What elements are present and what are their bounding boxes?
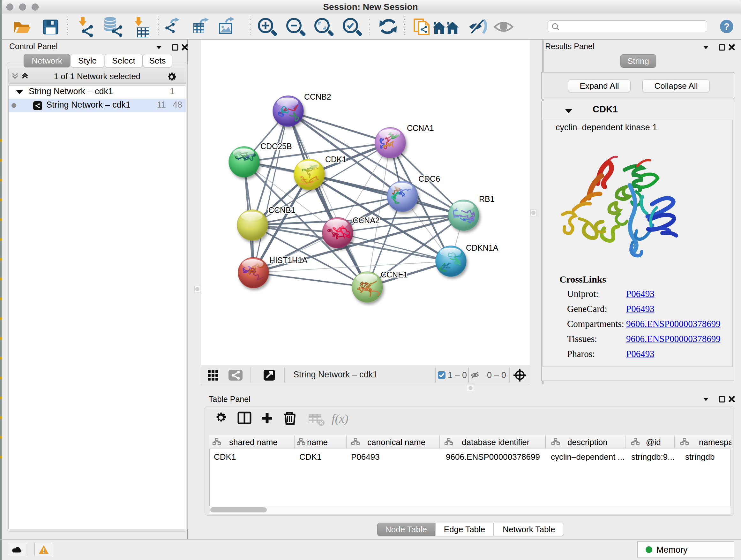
- svg-text:CCNE1: CCNE1: [381, 270, 408, 279]
- svg-text:CDK1: CDK1: [325, 155, 347, 164]
- svg-text:CCNA1: CCNA1: [407, 124, 434, 132]
- svg-text:CDC6: CDC6: [418, 174, 440, 183]
- svg-text:1 – 0: 1 – 0: [448, 370, 467, 380]
- svg-text:HIST1H1A: HIST1H1A: [269, 256, 308, 265]
- svg-text:CCNB2: CCNB2: [304, 92, 331, 101]
- svg-text:f(x): f(x): [332, 412, 348, 426]
- svg-text:CCNB1: CCNB1: [268, 206, 295, 214]
- svg-text:0 – 0: 0 – 0: [487, 370, 506, 380]
- svg-text:CDKN1A: CDKN1A: [466, 243, 498, 252]
- svg-text:CDC25B: CDC25B: [260, 142, 292, 151]
- svg-text:CCNA2: CCNA2: [353, 216, 380, 225]
- svg-text:RB1: RB1: [479, 194, 495, 203]
